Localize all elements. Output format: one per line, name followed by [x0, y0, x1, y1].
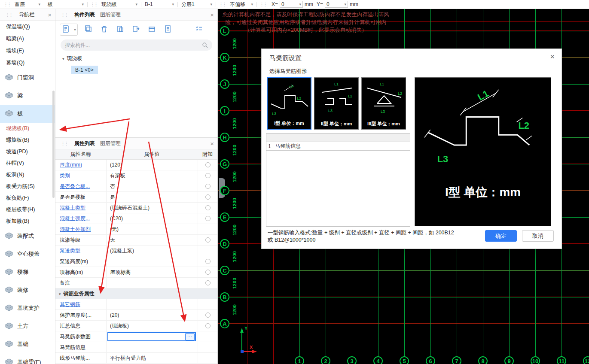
- sidebar-item-door-window[interactable]: 门窗洞: [0, 69, 55, 87]
- rebar-type-option-2[interactable]: L1L2L3II型 单位：mm: [314, 77, 359, 130]
- sidebar-item-stairs[interactable]: 楼梯: [0, 263, 55, 281]
- layer-selector[interactable]: 分层1▾: [179, 0, 215, 9]
- property-name[interactable]: 是否叠合板...: [55, 183, 106, 190]
- sidebar-item-pit-support[interactable]: 基坑支护: [0, 299, 55, 317]
- attach-radio[interactable]: [205, 312, 211, 318]
- tab-component-list[interactable]: 构件列表: [74, 11, 95, 18]
- floor-selector[interactable]: 首层▾: [12, 0, 43, 9]
- sidebar-item-foundation-beam[interactable]: 基础梁(F): [0, 353, 55, 364]
- sidebar-item-prefab[interactable]: 装配式: [0, 227, 55, 245]
- property-value[interactable]: [106, 342, 198, 352]
- checklist-button[interactable]: [193, 24, 204, 35]
- sidebar-item-ramp[interactable]: 坡道(PD): [0, 146, 55, 158]
- detail-button[interactable]: [162, 24, 173, 35]
- property-name[interactable]: 泵送类型: [55, 247, 106, 255]
- sidebar-item-slab-negative-rebar[interactable]: 板负筋(F): [0, 192, 55, 204]
- attach-radio[interactable]: [205, 194, 211, 200]
- attach-radio[interactable]: [205, 259, 211, 264]
- tree-item-b1[interactable]: B-1 <0>: [71, 66, 98, 74]
- ellipsis-button[interactable]: ···: [185, 333, 195, 340]
- offset-selector[interactable]: 不偏移▾: [227, 0, 256, 9]
- property-value[interactable]: (现浇板): [106, 321, 198, 331]
- sidebar-item-slab-hole[interactable]: 板洞(N): [0, 169, 55, 181]
- property-value[interactable]: 层顶标高: [106, 267, 198, 277]
- property-name[interactable]: 混凝土强度...: [55, 215, 106, 222]
- tab-drawing-manage[interactable]: 图纸管理: [100, 11, 121, 18]
- property-value[interactable]: 是: [106, 192, 198, 202]
- property-value[interactable]: ···: [106, 331, 198, 342]
- tab-property-list[interactable]: 属性列表: [74, 140, 95, 147]
- tree-group-slab[interactable]: ▾ 现浇板: [62, 55, 217, 62]
- attach-radio[interactable]: [205, 184, 211, 189]
- sidebar-item-earthwork[interactable]: 土方: [0, 317, 55, 335]
- row-value[interactable]: [316, 142, 410, 151]
- property-value[interactable]: 有梁板: [106, 170, 198, 181]
- attach-radio[interactable]: [205, 323, 211, 328]
- property-name[interactable]: 其它钢筋: [55, 301, 106, 308]
- y-coordinate-input[interactable]: 0▾: [325, 1, 348, 8]
- property-value[interactable]: (无): [106, 224, 198, 234]
- component-selector[interactable]: B-1▾: [142, 0, 177, 9]
- sidebar-item-wall-pier[interactable]: 墙垛(E): [0, 45, 55, 57]
- sidebar-item-column-cap[interactable]: 柱帽(V): [0, 158, 55, 169]
- property-name[interactable]: 类别: [55, 172, 106, 179]
- sidebar-item-insulation-wall[interactable]: 保温墙(Q): [0, 21, 55, 33]
- property-value[interactable]: (混凝土泵): [106, 246, 198, 256]
- sidebar-item-foundation[interactable]: 基础: [0, 335, 55, 353]
- sidebar-item-spiral-slab[interactable]: 螺旋板(B): [0, 134, 55, 146]
- close-icon[interactable]: ×: [550, 52, 555, 61]
- cancel-button[interactable]: 取消: [522, 230, 554, 242]
- tab-layer-manage[interactable]: 图层管理: [100, 140, 121, 147]
- new-button[interactable]: ▾: [60, 24, 78, 36]
- property-value[interactable]: [106, 278, 198, 288]
- copy-to-floor-button[interactable]: [114, 24, 125, 35]
- attach-radio[interactable]: [205, 280, 211, 285]
- attach-radio[interactable]: [205, 216, 211, 221]
- rebar-param-input[interactable]: ···: [107, 332, 196, 341]
- close-icon[interactable]: ×: [210, 12, 214, 18]
- attach-radio[interactable]: [205, 173, 211, 178]
- sidebar-item-hollow-floor[interactable]: 空心楼盖: [0, 245, 55, 263]
- sidebar-item-curtain-wall[interactable]: 幕墙(Q): [0, 57, 55, 69]
- search-input[interactable]: 搜索构件...: [61, 39, 212, 51]
- sidebar-item-slab-haunch[interactable]: 板加腋(B): [0, 215, 55, 227]
- ok-button[interactable]: 确定: [485, 230, 517, 242]
- rebar-type-option-3[interactable]: L1L2L3III型 单位：mm: [361, 77, 406, 130]
- scrollbar[interactable]: [52, 91, 55, 198]
- sidebar-item-decoration[interactable]: 装修: [0, 281, 55, 299]
- property-value[interactable]: (C20): [106, 213, 198, 224]
- archive-button[interactable]: [146, 24, 157, 35]
- sidebar-item-slab[interactable]: 板: [0, 105, 55, 123]
- copy-button[interactable]: [82, 24, 94, 35]
- attach-radio[interactable]: [205, 270, 211, 275]
- delete-button[interactable]: [98, 24, 110, 35]
- attach-radio[interactable]: [205, 205, 211, 210]
- attach-radio[interactable]: [205, 162, 211, 167]
- sidebar-item-slab-rebar[interactable]: 板受力筋(S): [0, 181, 55, 192]
- sidebar-item-cast-in-place-slab[interactable]: 现浇板(B): [0, 123, 55, 134]
- category-selector[interactable]: 板▾: [45, 0, 86, 9]
- property-name[interactable]: 混凝土类型: [55, 204, 106, 212]
- attach-radio[interactable]: [205, 237, 211, 243]
- close-icon[interactable]: ×: [210, 140, 214, 147]
- sidebar-item-floor-slab-strip[interactable]: 楼层板带(H): [0, 204, 55, 215]
- close-icon[interactable]: ×: [48, 12, 52, 18]
- rebar-type-option-1[interactable]: L1L2L3I型 单位：mm: [267, 77, 311, 130]
- property-value[interactable]: (20): [106, 310, 198, 320]
- property-value[interactable]: (现浇碎石混凝土): [106, 203, 198, 213]
- property-name[interactable]: 混凝土外加剂: [55, 226, 106, 233]
- section-rebar-business-props[interactable]: ▾钢筋业务属性: [55, 288, 217, 299]
- sidebar-item-beam[interactable]: 梁: [0, 87, 55, 105]
- property-value[interactable]: [106, 299, 198, 309]
- property-value[interactable]: [106, 256, 198, 267]
- property-name[interactable]: 厚度(mm): [55, 161, 106, 169]
- table-row[interactable]: 1 马凳筋信息: [266, 142, 410, 151]
- property-value[interactable]: (120): [106, 160, 198, 170]
- sidebar-item-hidden-beam[interactable]: 暗梁(A): [0, 33, 55, 45]
- type-selector[interactable]: 现浇板▾: [99, 0, 140, 9]
- property-value[interactable]: 否: [106, 181, 198, 191]
- property-value[interactable]: 平行横向受力筋: [106, 353, 198, 363]
- x-coordinate-input[interactable]: 0▾: [280, 1, 303, 8]
- property-value[interactable]: 无: [106, 235, 198, 245]
- move-copy-button[interactable]: [130, 24, 141, 35]
